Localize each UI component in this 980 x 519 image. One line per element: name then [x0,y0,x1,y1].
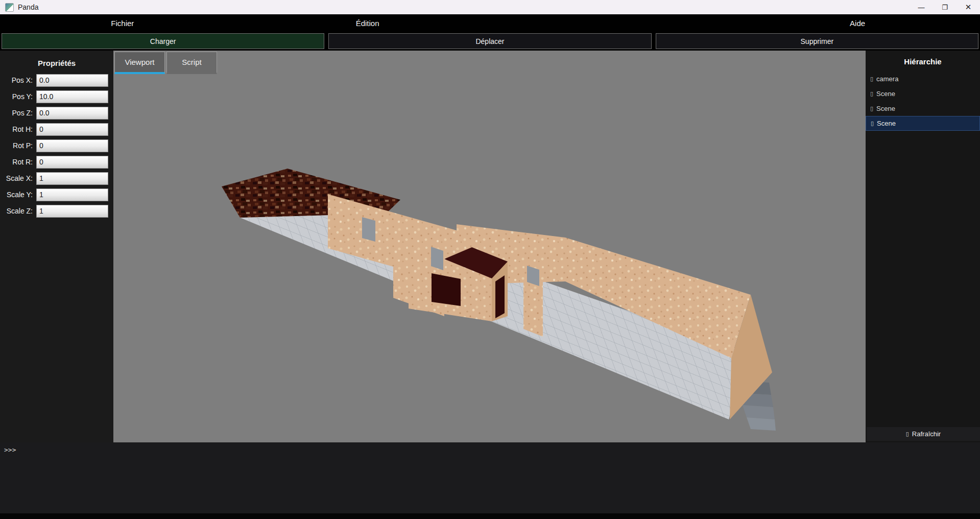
console-prompt: >>> [0,442,980,454]
refresh-button-label: Rafraîchir [912,430,941,438]
pos-y-label: Pos Y: [0,92,33,101]
scene-shadow-slab-3 [743,405,775,419]
prop-row-scale-y: Scale Y: [0,188,113,201]
scale-z-label: Scale Z: [0,207,33,215]
missing-glyph-icon: ▯ [870,91,873,97]
hierarchy-item-label: camera [876,75,898,83]
hierarchy-item-label: Scene [876,90,895,98]
pos-z-input[interactable] [36,107,108,120]
scene-house-front-door [432,273,461,306]
pos-x-input[interactable] [36,74,108,87]
missing-glyph-icon: ▯ [870,76,873,82]
menu-spacer [490,14,735,32]
pos-z-label: Pos Z: [0,109,33,117]
missing-glyph-icon: ▯ [870,106,873,111]
scale-y-input[interactable] [36,188,108,201]
prop-row-scale-x: Scale X: [0,172,113,185]
tab-script[interactable]: Script [166,52,217,74]
minimize-button-icon[interactable]: — [910,0,933,14]
menu-aide[interactable]: Aide [735,14,980,32]
menu-fichier[interactable]: Fichier [0,14,245,32]
hierarchy-item-label: Scene [876,105,895,112]
window-controls: — ❐ ✕ [910,0,980,14]
title-bar: Panda — ❐ ✕ [0,0,980,14]
supprimer-button[interactable]: Supprimer [656,33,978,49]
python-console[interactable]: >>> [0,442,980,519]
rot-r-input[interactable] [36,156,108,169]
scene-doorway-near [431,247,443,270]
deplacer-button[interactable]: Déplacer [328,33,651,49]
hierarchy-panel: Hiérarchie ▯ camera ▯ Scene ▯ Scene ▯ Sc… [866,51,980,442]
scale-z-input[interactable] [36,205,108,218]
properties-title: Propriétés [0,51,113,74]
tab-viewport[interactable]: Viewport [114,52,165,74]
prop-row-rot-r: Rot R: [0,155,113,169]
charger-button[interactable]: Charger [2,33,324,49]
hierarchy-item-scene-3-selected[interactable]: ▯ Scene [866,116,980,131]
hierarchy-item-scene-1[interactable]: ▯ Scene [866,86,980,101]
rot-h-label: Rot H: [0,125,33,133]
rot-p-label: Rot P: [0,141,33,150]
hierarchy-item-scene-2[interactable]: ▯ Scene [866,101,980,116]
hierarchy-item-label: Scene [877,120,896,127]
scene-shadow-slab-4 [747,417,776,431]
refresh-button[interactable]: ▯ Rafraîchir [867,427,980,441]
prop-row-pos-x: Pos X: [0,74,113,87]
rot-r-label: Rot R: [0,158,33,166]
close-button-icon[interactable]: ✕ [957,0,980,14]
viewport-3d[interactable]: Viewport Script [113,51,866,442]
viewport-tab-bar: Viewport Script [113,52,217,74]
pos-y-input[interactable] [36,90,108,103]
missing-glyph-icon: ▯ [871,121,874,126]
application-window: Panda — ❐ ✕ Fichier Édition Aide Charger… [0,0,980,519]
prop-row-scale-z: Scale Z: [0,204,113,218]
maximize-button-icon[interactable]: ❐ [933,0,957,14]
prop-row-pos-y: Pos Y: [0,90,113,103]
prop-row-rot-h: Rot H: [0,123,113,136]
rot-p-input[interactable] [36,139,108,152]
hierarchy-item-camera[interactable]: ▯ camera [866,72,980,86]
prop-row-pos-z: Pos Z: [0,106,113,120]
missing-glyph-icon: ▯ [906,431,909,437]
pos-x-label: Pos X: [0,76,33,84]
scene-house-side-door [495,275,505,318]
menu-bar: Fichier Édition Aide [0,14,980,32]
scale-y-label: Scale Y: [0,191,33,199]
properties-panel: Propriétés Pos X: Pos Y: Pos Z: Rot H: R… [0,51,113,442]
app-icon [5,3,14,12]
scale-x-input[interactable] [36,172,108,185]
rot-h-input[interactable] [36,123,108,136]
scene-doorway-left [362,217,375,242]
scale-x-label: Scale X: [0,174,33,182]
window-title: Panda [18,3,38,11]
scene-svg [113,51,866,442]
hierarchy-title: Hiérarchie [866,51,980,72]
menu-edition[interactable]: Édition [245,14,490,32]
prop-row-rot-p: Rot P: [0,139,113,152]
main-area: Propriétés Pos X: Pos Y: Pos Z: Rot H: R… [0,51,980,442]
scene-wall-sliver [523,255,543,337]
toolbar: Charger Déplacer Supprimer [0,32,980,51]
